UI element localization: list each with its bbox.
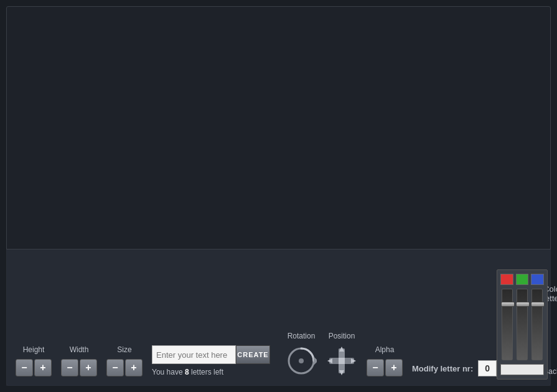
letters-left-suffix: letters left — [189, 368, 223, 376]
red-slider-track[interactable] — [502, 289, 513, 360]
alpha-buttons: − + — [367, 359, 403, 376]
alpha-minus-btn[interactable]: − — [367, 359, 384, 376]
height-minus-btn[interactable]: − — [16, 359, 33, 376]
letter-nr-box: 0 — [478, 360, 497, 376]
position-group: Position — [326, 332, 357, 376]
sliders-row — [500, 289, 544, 360]
color-preview-box — [500, 364, 544, 375]
height-plus-btn[interactable]: + — [34, 359, 52, 376]
svg-rect-10 — [339, 358, 345, 364]
svg-marker-1 — [314, 357, 317, 365]
letters-count: 8 — [185, 368, 189, 376]
text-input-section: CREATE You have 8 letters left — [152, 340, 276, 376]
rotation-icon — [286, 345, 317, 376]
width-group: Width − + — [61, 345, 97, 376]
width-buttons: − + — [61, 359, 97, 376]
size-buttons: − + — [106, 359, 143, 376]
text-input-row: CREATE — [152, 345, 270, 364]
rotation-label: Rotation — [288, 332, 316, 340]
stripes-label: Stripes — [549, 343, 557, 352]
rgb-panel — [497, 269, 548, 380]
control-panel: Height − + Width − + Size − + — [6, 249, 551, 386]
height-label: Height — [23, 345, 45, 354]
red-slider-thumb[interactable] — [501, 302, 515, 307]
create-btn[interactable]: CREATE — [236, 345, 270, 364]
controls-row: Height − + Width − + Size − + — [16, 256, 541, 380]
position-svg — [326, 345, 357, 376]
letters-left: You have 8 letters left — [152, 368, 223, 376]
size-group: Size − + — [106, 345, 143, 376]
green-slider-thumb[interactable] — [516, 302, 530, 307]
bubbles-label: Bubbles — [549, 355, 557, 364]
green-slider-track[interactable] — [517, 289, 528, 360]
alpha-plus-btn[interactable]: + — [385, 359, 403, 376]
height-buttons: − + — [16, 359, 52, 376]
width-plus-btn[interactable]: + — [80, 359, 97, 376]
blue-slider-track[interactable] — [531, 289, 543, 360]
letters-left-prefix: You have — [152, 368, 185, 376]
filling-label: Filling — [549, 308, 557, 317]
green-channel-btn[interactable] — [516, 274, 529, 285]
rotation-svg — [286, 345, 317, 376]
blue-channel-btn[interactable] — [531, 274, 544, 285]
svg-point-2 — [299, 358, 304, 363]
width-label: Width — [70, 345, 89, 354]
red-channel-btn[interactable] — [500, 274, 513, 285]
rotation-group: Rotation — [286, 332, 317, 376]
position-label: Position — [329, 332, 355, 340]
size-minus-btn[interactable]: − — [106, 359, 124, 376]
letter-nr-value: 0 — [485, 363, 490, 373]
size-label: Size — [117, 345, 131, 354]
width-minus-btn[interactable]: − — [61, 359, 78, 376]
size-plus-btn[interactable]: + — [125, 359, 143, 376]
blue-slider-thumb[interactable] — [531, 302, 545, 307]
position-icon[interactable] — [326, 345, 357, 376]
rgb-top-row — [500, 274, 544, 285]
modify-label: Modify letter nr: — [412, 364, 473, 373]
alpha-label: Alpha — [375, 345, 395, 354]
alpha-group: Alpha − + — [367, 345, 403, 376]
sides-label: Sides — [549, 320, 557, 329]
height-group: Height − + — [16, 345, 52, 376]
text-input[interactable] — [152, 345, 236, 364]
blocks-label: Blocks — [549, 332, 557, 340]
